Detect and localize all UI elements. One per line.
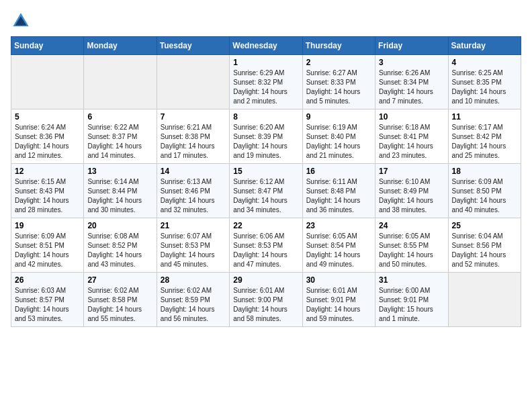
day-number: 21 <box>161 221 226 230</box>
day-number: 26 <box>15 275 80 285</box>
calendar-table: SundayMondayTuesdayWednesdayThursdayFrid… <box>11 36 521 327</box>
day-cell-2: 2Sunrise: 6:27 AMSunset: 8:33 PMDaylight… <box>302 55 375 109</box>
day-info: Sunrise: 6:08 AMSunset: 8:52 PMDaylight:… <box>87 232 152 269</box>
day-number: 11 <box>452 112 517 122</box>
day-header-sunday: Sunday <box>11 37 84 55</box>
day-cell-21: 21Sunrise: 6:07 AMSunset: 8:53 PMDayligh… <box>157 218 229 273</box>
day-info: Sunrise: 6:06 AMSunset: 8:53 PMDaylight:… <box>233 232 298 269</box>
logo <box>11 11 34 31</box>
day-cell-26: 26Sunrise: 6:03 AMSunset: 8:57 PMDayligh… <box>11 273 84 327</box>
day-header-monday: Monday <box>84 37 157 55</box>
day-info: Sunrise: 6:09 AMSunset: 8:50 PMDaylight:… <box>452 177 517 215</box>
day-cell-29: 29Sunrise: 6:01 AMSunset: 9:00 PMDayligh… <box>230 273 302 327</box>
day-cell-31: 31Sunrise: 6:00 AMSunset: 9:01 PMDayligh… <box>375 273 448 327</box>
day-number: 30 <box>306 275 371 285</box>
day-info: Sunrise: 6:26 AMSunset: 8:34 PMDaylight:… <box>379 68 444 106</box>
day-number: 24 <box>379 221 444 230</box>
empty-cell <box>84 55 157 109</box>
day-info: Sunrise: 6:21 AMSunset: 8:38 PMDaylight:… <box>161 123 226 161</box>
day-number: 27 <box>87 275 152 285</box>
day-header-friday: Friday <box>375 37 448 55</box>
empty-cell <box>157 55 229 109</box>
day-number: 9 <box>306 112 371 122</box>
day-number: 31 <box>379 275 444 285</box>
day-info: Sunrise: 6:02 AMSunset: 8:58 PMDaylight:… <box>87 286 152 324</box>
day-number: 18 <box>452 167 517 176</box>
day-cell-14: 14Sunrise: 6:13 AMSunset: 8:46 PMDayligh… <box>157 164 229 218</box>
day-cell-1: 1Sunrise: 6:29 AMSunset: 8:32 PMDaylight… <box>230 55 302 109</box>
day-cell-6: 6Sunrise: 6:22 AMSunset: 8:37 PMDaylight… <box>84 109 157 164</box>
day-number: 13 <box>87 167 152 176</box>
day-number: 29 <box>233 275 298 285</box>
day-number: 1 <box>233 58 298 67</box>
day-info: Sunrise: 6:20 AMSunset: 8:39 PMDaylight:… <box>233 123 298 161</box>
day-number: 20 <box>87 221 152 230</box>
week-row-5: 26Sunrise: 6:03 AMSunset: 8:57 PMDayligh… <box>11 273 521 327</box>
day-cell-12: 12Sunrise: 6:15 AMSunset: 8:43 PMDayligh… <box>11 164 84 218</box>
day-info: Sunrise: 6:25 AMSunset: 8:35 PMDaylight:… <box>452 68 517 106</box>
day-info: Sunrise: 6:05 AMSunset: 8:55 PMDaylight:… <box>379 232 444 269</box>
day-info: Sunrise: 6:03 AMSunset: 8:57 PMDaylight:… <box>15 286 80 324</box>
day-header-saturday: Saturday <box>448 37 521 55</box>
day-info: Sunrise: 6:01 AMSunset: 9:00 PMDaylight:… <box>233 286 298 324</box>
day-cell-22: 22Sunrise: 6:06 AMSunset: 8:53 PMDayligh… <box>230 218 302 273</box>
day-number: 7 <box>161 112 226 122</box>
day-info: Sunrise: 6:22 AMSunset: 8:37 PMDaylight:… <box>87 123 152 161</box>
day-number: 16 <box>306 167 371 176</box>
day-cell-4: 4Sunrise: 6:25 AMSunset: 8:35 PMDaylight… <box>448 55 521 109</box>
day-cell-10: 10Sunrise: 6:18 AMSunset: 8:41 PMDayligh… <box>375 109 448 164</box>
day-cell-24: 24Sunrise: 6:05 AMSunset: 8:55 PMDayligh… <box>375 218 448 273</box>
day-number: 25 <box>452 221 517 230</box>
day-cell-5: 5Sunrise: 6:24 AMSunset: 8:36 PMDaylight… <box>11 109 84 164</box>
day-info: Sunrise: 6:04 AMSunset: 8:56 PMDaylight:… <box>452 232 517 269</box>
day-number: 23 <box>306 221 371 230</box>
day-number: 3 <box>379 58 444 67</box>
day-info: Sunrise: 6:10 AMSunset: 8:49 PMDaylight:… <box>379 177 444 215</box>
day-cell-13: 13Sunrise: 6:14 AMSunset: 8:44 PMDayligh… <box>84 164 157 218</box>
day-cell-16: 16Sunrise: 6:11 AMSunset: 8:48 PMDayligh… <box>302 164 375 218</box>
day-cell-19: 19Sunrise: 6:09 AMSunset: 8:51 PMDayligh… <box>11 218 84 273</box>
day-number: 4 <box>452 58 517 67</box>
day-cell-28: 28Sunrise: 6:02 AMSunset: 8:59 PMDayligh… <box>157 273 229 327</box>
day-info: Sunrise: 6:18 AMSunset: 8:41 PMDaylight:… <box>379 123 444 161</box>
day-cell-17: 17Sunrise: 6:10 AMSunset: 8:49 PMDayligh… <box>375 164 448 218</box>
day-cell-15: 15Sunrise: 6:12 AMSunset: 8:47 PMDayligh… <box>230 164 302 218</box>
day-info: Sunrise: 6:19 AMSunset: 8:40 PMDaylight:… <box>306 123 371 161</box>
day-cell-25: 25Sunrise: 6:04 AMSunset: 8:56 PMDayligh… <box>448 218 521 273</box>
empty-cell <box>11 55 84 109</box>
week-row-3: 12Sunrise: 6:15 AMSunset: 8:43 PMDayligh… <box>11 164 521 218</box>
day-number: 12 <box>15 167 80 176</box>
day-cell-7: 7Sunrise: 6:21 AMSunset: 8:38 PMDaylight… <box>157 109 229 164</box>
day-info: Sunrise: 6:17 AMSunset: 8:42 PMDaylight:… <box>452 123 517 161</box>
day-info: Sunrise: 6:07 AMSunset: 8:53 PMDaylight:… <box>161 232 226 269</box>
day-number: 6 <box>87 112 152 122</box>
day-info: Sunrise: 6:27 AMSunset: 8:33 PMDaylight:… <box>306 68 371 106</box>
day-info: Sunrise: 6:11 AMSunset: 8:48 PMDaylight:… <box>306 177 371 215</box>
day-number: 10 <box>379 112 444 122</box>
day-cell-30: 30Sunrise: 6:01 AMSunset: 9:01 PMDayligh… <box>302 273 375 327</box>
logo-icon <box>11 11 31 31</box>
day-info: Sunrise: 6:29 AMSunset: 8:32 PMDaylight:… <box>233 68 298 106</box>
day-cell-23: 23Sunrise: 6:05 AMSunset: 8:54 PMDayligh… <box>302 218 375 273</box>
day-number: 14 <box>161 167 226 176</box>
empty-cell <box>448 273 521 327</box>
day-cell-27: 27Sunrise: 6:02 AMSunset: 8:58 PMDayligh… <box>84 273 157 327</box>
week-row-2: 5Sunrise: 6:24 AMSunset: 8:36 PMDaylight… <box>11 109 521 164</box>
day-info: Sunrise: 6:15 AMSunset: 8:43 PMDaylight:… <box>15 177 80 215</box>
day-info: Sunrise: 6:14 AMSunset: 8:44 PMDaylight:… <box>87 177 152 215</box>
day-cell-18: 18Sunrise: 6:09 AMSunset: 8:50 PMDayligh… <box>448 164 521 218</box>
day-info: Sunrise: 6:12 AMSunset: 8:47 PMDaylight:… <box>233 177 298 215</box>
day-cell-9: 9Sunrise: 6:19 AMSunset: 8:40 PMDaylight… <box>302 109 375 164</box>
day-info: Sunrise: 6:02 AMSunset: 8:59 PMDaylight:… <box>161 286 226 324</box>
day-number: 19 <box>15 221 80 230</box>
day-cell-3: 3Sunrise: 6:26 AMSunset: 8:34 PMDaylight… <box>375 55 448 109</box>
day-header-thursday: Thursday <box>302 37 375 55</box>
day-info: Sunrise: 6:09 AMSunset: 8:51 PMDaylight:… <box>15 232 80 269</box>
day-info: Sunrise: 6:01 AMSunset: 9:01 PMDaylight:… <box>306 286 371 324</box>
day-cell-20: 20Sunrise: 6:08 AMSunset: 8:52 PMDayligh… <box>84 218 157 273</box>
day-number: 5 <box>15 112 80 122</box>
day-header-wednesday: Wednesday <box>230 37 302 55</box>
week-row-1: 1Sunrise: 6:29 AMSunset: 8:32 PMDaylight… <box>11 55 521 109</box>
day-info: Sunrise: 6:24 AMSunset: 8:36 PMDaylight:… <box>15 123 80 161</box>
day-number: 8 <box>233 112 298 122</box>
